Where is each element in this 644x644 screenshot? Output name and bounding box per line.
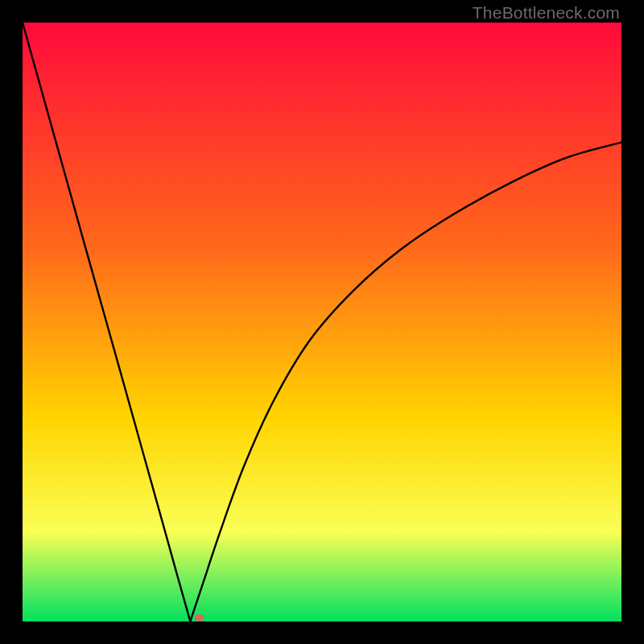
chart-frame <box>23 23 621 621</box>
minimum-marker <box>194 614 204 621</box>
watermark-text: TheBottleneck.com <box>473 3 620 23</box>
gradient-background <box>23 23 621 621</box>
bottleneck-chart <box>23 23 621 621</box>
